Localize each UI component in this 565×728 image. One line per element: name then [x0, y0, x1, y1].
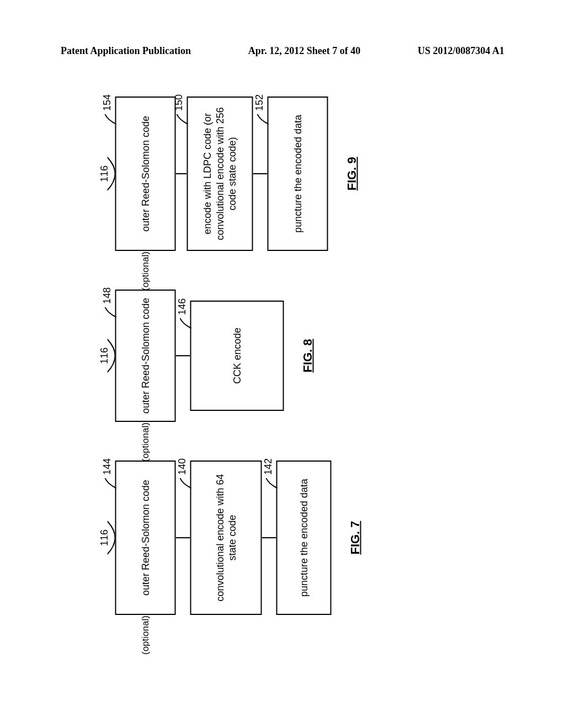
fig7-caption: FIG. 7 — [348, 521, 362, 554]
fig7-ref-conv: 140 — [175, 458, 188, 475]
fig7-box-outer-text: outer Reed-Solomon code — [139, 480, 152, 596]
connector-line — [175, 537, 190, 538]
fig9-caption: FIG. 9 — [344, 157, 359, 190]
figure-8: 116 (optional) outer Reed-Solomon code 1… — [95, 284, 315, 427]
fig9-optional-label: (optional) — [139, 251, 151, 291]
fig9-box-ldpc-text: encode with LDPC code (or convolutional … — [201, 103, 238, 244]
lead-line-icon — [256, 113, 269, 130]
connector-line — [175, 355, 190, 356]
fig7-ref-punc: 142 — [262, 458, 274, 475]
fig8-box-outer: (optional) outer Reed-Solomon code 148 — [115, 290, 175, 422]
lead-line-icon — [104, 477, 117, 494]
connector-line — [253, 173, 267, 174]
fig9-ref-outer: 154 — [100, 94, 113, 111]
fig7-box-punc: puncture the encoded data 142 — [276, 461, 331, 615]
fig7-box-outer: (optional) outer Reed-Solomon code 144 — [115, 461, 175, 615]
fig9-ref-ldpc: 150 — [172, 94, 185, 111]
lead-line-icon — [179, 477, 192, 494]
fig8-ref-outer: 148 — [100, 287, 113, 304]
fig9-box-punc-text: puncture the encoded data — [291, 115, 304, 233]
figure-area: 116 (optional) outer Reed-Solomon code 1… — [62, 72, 499, 640]
fig8-entry: 116 — [95, 284, 115, 427]
fig8-box-outer-text: outer Reed-Solomon code — [139, 298, 152, 414]
lead-line-icon — [104, 306, 117, 323]
lead-line-icon — [175, 113, 189, 130]
fig7-box-punc-text: puncture the encoded data — [297, 479, 310, 597]
fig8-box-cck: CCK encode 146 — [190, 301, 284, 411]
figure-7: 116 (optional) outer Reed-Solomon code 1… — [95, 455, 362, 620]
fig7-box-conv-text: convolutional encode with 64 state code — [214, 467, 238, 608]
header-center: Apr. 12, 2012 Sheet 7 of 40 — [248, 45, 360, 57]
fig9-box-outer: (optional) outer Reed-Solomon code 154 — [115, 97, 175, 251]
figure-9: 116 (optional) outer Reed-Solomon code 1… — [95, 91, 359, 256]
fig7-ref-outer: 144 — [100, 458, 113, 475]
fig8-optional-label: (optional) — [139, 422, 151, 462]
fig9-ref-punc: 152 — [253, 94, 265, 111]
fig7-box-conv: convolutional encode with 64 state code … — [190, 461, 262, 615]
lead-line-icon — [104, 113, 117, 130]
fig9-box-ldpc: encode with LDPC code (or convolutional … — [186, 97, 253, 251]
lead-line-icon — [265, 477, 278, 494]
fig7-optional-label: (optional) — [139, 615, 151, 655]
fig9-box-punc: puncture the encoded data 152 — [267, 97, 328, 251]
fig8-box-cck-text: CCK encode — [231, 328, 243, 384]
connector-line — [175, 173, 186, 174]
fig8-caption: FIG. 8 — [300, 339, 315, 372]
fig8-ref-cck: 146 — [175, 298, 188, 315]
lead-line-icon — [179, 317, 192, 334]
header-left: Patent Application Publication — [61, 45, 191, 57]
page-header: Patent Application Publication Apr. 12, … — [61, 45, 504, 57]
fig9-box-outer-text: outer Reed-Solomon code — [139, 116, 152, 232]
header-right: US 2012/0087304 A1 — [418, 45, 504, 57]
connector-line — [262, 537, 276, 538]
